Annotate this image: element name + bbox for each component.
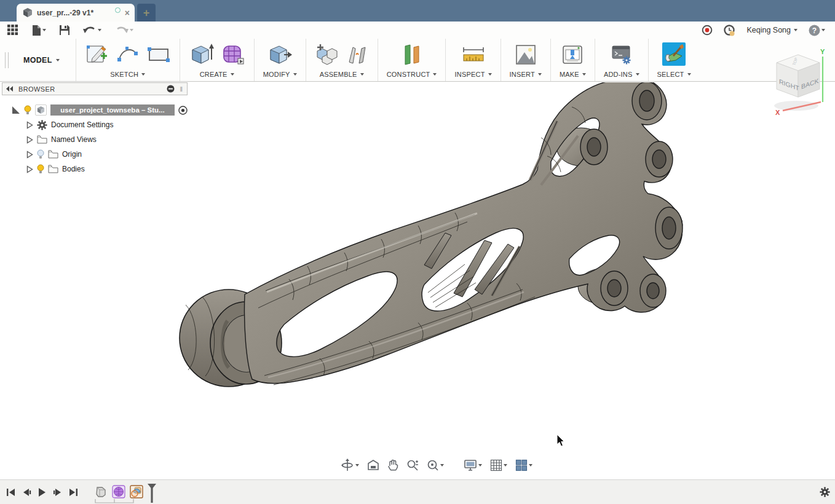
ribbon-group-label-sketch[interactable]: SKETCH: [110, 71, 145, 78]
body-feature-icon[interactable]: [93, 484, 109, 500]
chevron-down-icon: [141, 73, 145, 76]
browser-panel: BROWSER ‖ user_project_townseba – Stu...…: [2, 82, 188, 176]
clock-icon[interactable]: [722, 23, 737, 37]
new-tab-button[interactable]: +: [137, 4, 156, 22]
select-icon[interactable]: [662, 42, 686, 66]
print-3d-icon[interactable]: [560, 42, 585, 67]
expand-open-icon[interactable]: [12, 106, 20, 114]
user-menu[interactable]: Keqing Song: [745, 25, 799, 36]
ribbon-group-make: MAKE: [550, 39, 595, 81]
panel-resize-handle[interactable]: ‖: [180, 85, 183, 93]
extrude-icon[interactable]: [189, 42, 215, 67]
timeline-settings-gear-icon[interactable]: [818, 486, 835, 498]
record-icon[interactable]: [700, 23, 714, 37]
construction-plane-icon[interactable]: [400, 42, 424, 67]
boundary-fill-feature-icon[interactable]: [129, 484, 144, 500]
browser-header[interactable]: BROWSER ‖: [2, 82, 188, 95]
go-to-end-button[interactable]: [67, 487, 79, 498]
zoom-icon[interactable]: [405, 458, 420, 473]
toolbar-drag-handle[interactable]: [5, 52, 9, 68]
activate-radio-icon[interactable]: [178, 106, 188, 115]
new-component-icon[interactable]: [315, 42, 339, 67]
joint-icon[interactable]: [346, 42, 369, 67]
rectangle-icon[interactable]: [146, 42, 171, 67]
step-forward-button[interactable]: [52, 487, 63, 498]
create-sketch-icon[interactable]: [85, 42, 109, 67]
redo-icon[interactable]: [114, 24, 135, 36]
insert-image-icon[interactable]: [513, 42, 538, 67]
app-grid-icon[interactable]: [6, 23, 20, 37]
timeline-playhead[interactable]: [147, 484, 157, 503]
chevron-right-icon[interactable]: [26, 151, 33, 159]
go-to-start-button[interactable]: [5, 487, 17, 498]
file-menu-icon[interactable]: [31, 24, 47, 37]
tree-row-bodies[interactable]: Bodies: [2, 162, 188, 176]
scripts-addins-icon[interactable]: [609, 42, 634, 67]
ribbon-group-label-make[interactable]: MAKE: [560, 71, 586, 78]
ribbon-group-label-select[interactable]: SELECT: [657, 71, 691, 78]
collapse-panel-icon[interactable]: [6, 86, 14, 92]
folder-icon: [48, 150, 58, 159]
quick-access-toolbar: Keqing Song ?: [0, 22, 835, 39]
ribbon-group-label-create[interactable]: CREATE: [200, 71, 234, 78]
view-cube[interactable]: RIGHT BACK TOP Y X: [763, 47, 835, 116]
visibility-bulb-icon[interactable]: [37, 164, 44, 174]
chevron-right-icon[interactable]: [26, 121, 33, 129]
press-pull-icon[interactable]: [267, 42, 293, 67]
step-back-button[interactable]: [21, 487, 33, 498]
svg-text:X: X: [775, 109, 780, 116]
orbit-icon[interactable]: [339, 457, 360, 473]
ribbon-group-label-assemble[interactable]: ASSEMBLE: [320, 71, 364, 78]
active-document-label[interactable]: user_project_townseba – Stu...: [50, 104, 175, 116]
workspace-switcher[interactable]: MODEL: [22, 55, 61, 66]
viewports-icon[interactable]: [514, 458, 534, 473]
chevron-down-icon: [582, 73, 586, 76]
tab-bar: user_pr...-29 v1* × +: [0, 0, 835, 22]
tree-row-root[interactable]: user_project_townseba – Stu...: [2, 103, 188, 117]
look-at-icon[interactable]: [366, 459, 381, 472]
help-icon[interactable]: ?: [807, 23, 826, 37]
display-settings-icon[interactable]: [462, 458, 483, 473]
tree-row-document-settings[interactable]: Document Settings: [2, 117, 188, 132]
ribbon-group-label-construct[interactable]: CONSTRUCT: [387, 71, 437, 78]
browser-title: BROWSER: [18, 85, 162, 93]
visibility-bulb-icon[interactable]: [24, 105, 31, 115]
chevron-right-icon[interactable]: [26, 165, 33, 173]
grid-snap-icon[interactable]: [489, 458, 509, 473]
pan-icon[interactable]: [386, 458, 400, 473]
component-cube-icon: [35, 104, 47, 116]
folder-icon: [48, 165, 58, 173]
tree-row-named-views[interactable]: Named Views: [2, 132, 188, 147]
ribbon-group-label-insert[interactable]: INSERT: [510, 71, 542, 78]
form-feature-icon[interactable]: [111, 484, 127, 500]
undo-icon[interactable]: [82, 24, 103, 36]
chevron-down-icon: [529, 464, 532, 467]
ribbon-toolbar: MODEL SKETCH CREATE MO: [0, 39, 835, 82]
ribbon-group-label-modify[interactable]: MODIFY: [263, 71, 297, 78]
chevron-down-icon: [504, 464, 507, 467]
play-button[interactable]: [36, 486, 48, 498]
arm-body[interactable]: [245, 82, 683, 384]
chevron-down-icon: [293, 73, 297, 76]
chevron-down-icon: [478, 464, 482, 467]
sync-status-icon: [115, 7, 121, 13]
chevron-right-icon[interactable]: [26, 136, 33, 144]
spline-icon[interactable]: [116, 42, 140, 67]
chevron-down-icon: [538, 73, 542, 76]
form-icon[interactable]: [221, 42, 245, 67]
measure-icon[interactable]: [460, 42, 487, 67]
chevron-down-icon: [130, 29, 133, 31]
document-tab[interactable]: user_pr...-29 v1* ×: [17, 4, 135, 22]
folder-icon: [37, 135, 47, 144]
chevron-down-icon: [360, 73, 364, 76]
visibility-bulb-off-icon[interactable]: [37, 149, 44, 159]
ribbon-group-sketch: SKETCH: [76, 39, 180, 81]
close-tab-button[interactable]: ×: [125, 9, 130, 17]
ribbon-group-label-inspect[interactable]: INSPECT: [454, 71, 491, 78]
tree-row-origin[interactable]: Origin: [2, 147, 188, 162]
save-icon[interactable]: [58, 24, 71, 36]
fit-icon[interactable]: [425, 458, 445, 473]
ribbon-group-select: SELECT: [648, 39, 700, 81]
remove-panel-icon[interactable]: [167, 85, 175, 93]
ribbon-group-label-addins[interactable]: ADD-INS: [604, 71, 639, 78]
